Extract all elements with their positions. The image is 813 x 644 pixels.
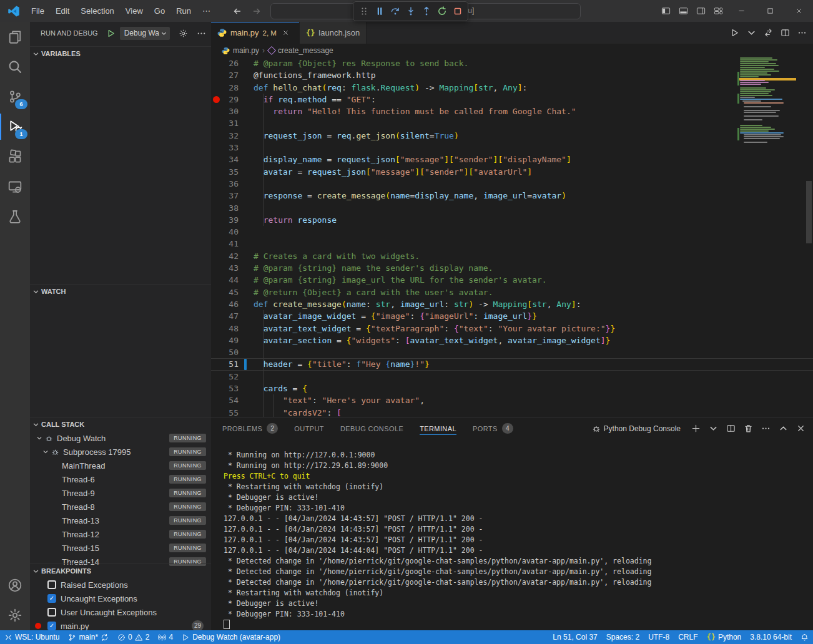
call-stack-row[interactable]: Thread-15RUNNING [30, 541, 211, 555]
call-stack-section-header[interactable]: CALL STACK [30, 417, 211, 431]
menu-file[interactable]: File [26, 0, 50, 22]
ports-status[interactable]: 4 [154, 630, 177, 644]
editor-gutter[interactable]: 53 [211, 383, 254, 394]
tab-launch-json[interactable]: {}launch.json [300, 22, 367, 44]
editor-gutter[interactable]: 55 [211, 407, 254, 417]
editor-gutter[interactable]: 38 [211, 202, 254, 214]
breadcrumb[interactable]: main.py › create_message [211, 44, 813, 57]
forward-arrow-icon[interactable] [252, 6, 262, 16]
panel-action-split-icon[interactable] [726, 424, 736, 433]
tab-main-py[interactable]: main.py2, M [211, 22, 300, 44]
notifications[interactable] [796, 630, 813, 644]
call-stack-row[interactable]: Subprocess 17995RUNNING [30, 445, 211, 459]
panel-tab-problems[interactable]: PROBLEMS2 [222, 417, 278, 439]
panel-tab-debug-console[interactable]: DEBUG CONSOLE [340, 417, 403, 439]
activity-remote-explorer[interactable] [0, 172, 30, 202]
editor-gutter[interactable]: 36 [211, 178, 254, 190]
editor-gutter[interactable]: 37 [211, 190, 254, 202]
panel-action-trash-icon[interactable] [744, 424, 753, 433]
restart-button[interactable] [434, 4, 450, 19]
launch-config-gear-icon[interactable] [179, 29, 188, 38]
editor-gutter[interactable]: 32 [211, 130, 254, 142]
editor-gutter[interactable]: 46 [211, 298, 254, 310]
breakpoint-row[interactable]: ✓main.py29 [30, 619, 211, 630]
editor-action-chevron-down-icon[interactable] [747, 28, 756, 37]
menu-more[interactable]: ⋯ [197, 0, 216, 22]
watch-section-header[interactable]: WATCH [30, 284, 211, 298]
editor-action-play-icon[interactable] [730, 28, 739, 37]
editor-gutter[interactable]: 39 [211, 214, 254, 226]
debug-configuration-dropdown[interactable]: Debug Wa [120, 27, 170, 40]
editor-gutter[interactable]: 43 [211, 262, 254, 274]
call-stack-row[interactable]: Thread-6RUNNING [30, 472, 211, 486]
editor-gutter[interactable]: 27 [211, 69, 254, 81]
toggle-sidebar-icon[interactable] [657, 0, 674, 22]
activity-extensions[interactable] [0, 142, 30, 172]
breakpoint-checkbox[interactable] [47, 608, 56, 617]
editor-gutter[interactable]: 54 [211, 394, 254, 406]
panel-tab-terminal[interactable]: TERMINAL [420, 417, 456, 439]
pause-button[interactable] [372, 4, 387, 19]
editor-action-open-changes-icon[interactable] [764, 28, 773, 37]
language-mode[interactable]: {}Python [702, 630, 746, 644]
editor-gutter[interactable]: 40 [211, 226, 254, 238]
step-out-button[interactable] [418, 4, 434, 19]
editor-gutter[interactable]: 52 [211, 371, 254, 383]
debug-session-status[interactable]: Debug Watch (avatar-app) [177, 630, 285, 644]
start-debugging-button[interactable] [106, 29, 116, 38]
problems-status[interactable]: 02 [113, 630, 154, 644]
editor-gutter[interactable]: 34 [211, 154, 254, 165]
editor-gutter[interactable]: 47 [211, 310, 254, 322]
eol[interactable]: CRLF [674, 630, 702, 644]
activity-explorer[interactable] [0, 22, 30, 52]
menu-run[interactable]: Run [170, 0, 197, 22]
editor-gutter[interactable]: 28 [211, 82, 254, 94]
maximize-button[interactable] [756, 0, 784, 22]
editor-gutter[interactable]: 42 [211, 250, 254, 262]
panel-action-chevron-up-icon[interactable] [779, 424, 788, 433]
customize-layout-icon[interactable] [709, 0, 727, 22]
minimap[interactable] [740, 57, 794, 144]
menu-go[interactable]: Go [149, 0, 170, 22]
activity-run-and-debug[interactable]: 1 [0, 112, 30, 142]
menu-view[interactable]: View [120, 0, 149, 22]
call-stack-row[interactable]: Thread-13RUNNING [30, 514, 211, 527]
active-terminal-label[interactable]: Python Debug Console [592, 424, 681, 433]
step-over-button[interactable] [387, 4, 403, 19]
editor-gutter[interactable]: 31 [211, 117, 254, 129]
panel-action-plus-icon[interactable] [691, 424, 701, 433]
editor-gutter[interactable]: 51 [211, 358, 254, 370]
panel-action-close-icon[interactable] [796, 424, 806, 433]
toggle-secondary-sidebar-icon[interactable] [692, 0, 709, 22]
breakpoint-row[interactable]: Raised Exceptions [30, 578, 211, 592]
editor-gutter[interactable]: 41 [211, 238, 254, 250]
step-into-button[interactable] [403, 4, 418, 19]
activity-source-control[interactable]: 6 [0, 82, 30, 112]
cursor-position[interactable]: Ln 51, Col 37 [548, 630, 601, 644]
breakpoint-checkbox[interactable]: ✓ [47, 622, 56, 630]
call-stack-row[interactable]: MainThreadRUNNING [30, 459, 211, 472]
call-stack-row[interactable]: Debug WatchRUNNING [30, 431, 211, 445]
activity-accounts[interactable] [0, 570, 30, 600]
indentation[interactable]: Spaces: 2 [602, 630, 644, 644]
editor-gutter[interactable]: 30 [211, 105, 254, 117]
back-arrow-icon[interactable] [232, 6, 242, 16]
call-stack-row[interactable]: Thread-9RUNNING [30, 486, 211, 500]
views-more-actions-icon[interactable] [197, 29, 206, 38]
editor-gutter[interactable]: 49 [211, 334, 254, 346]
close-tab-icon[interactable] [282, 29, 289, 36]
stop-button[interactable] [450, 4, 465, 19]
encoding[interactable]: UTF-8 [644, 630, 674, 644]
code-editor[interactable]: 26# @param {Object} res Response to send… [211, 57, 813, 417]
variables-section-header[interactable]: VARIABLES [30, 46, 211, 61]
breakpoint-checkbox[interactable]: ✓ [47, 594, 56, 603]
editor-gutter[interactable]: 26 [211, 57, 254, 69]
editor-gutter[interactable]: 44 [211, 274, 254, 286]
activity-settings[interactable] [0, 600, 30, 630]
terminal-output[interactable]: * Running on http://127.0.0.1:9000 * Run… [224, 450, 807, 630]
breakpoint-row[interactable]: ✓Uncaught Exceptions [30, 592, 211, 605]
panel-action-chevron-down-icon[interactable] [709, 424, 718, 433]
toggle-panel-icon[interactable] [674, 0, 692, 22]
call-stack-row[interactable]: Thread-8RUNNING [30, 500, 211, 514]
editor-scrollbar[interactable] [806, 181, 812, 243]
